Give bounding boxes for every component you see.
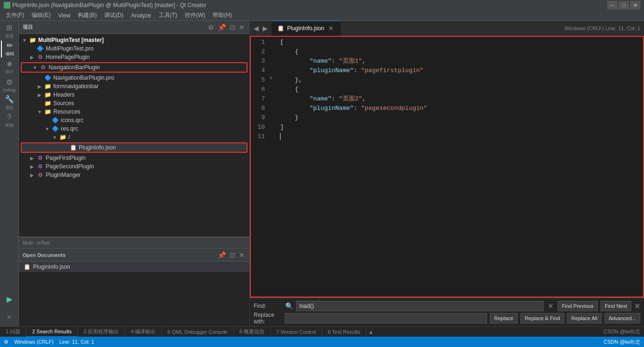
tree-item-slash[interactable]: ▼ 📁 /	[19, 133, 249, 141]
tree-item-nav-bar-plugin[interactable]: ▼ ⚙ NavigationBarPlugin	[22, 63, 247, 72]
bottom-tab-arrow[interactable]: ▲	[368, 329, 373, 335]
arrow-plugin-manger[interactable]: ▶	[28, 173, 36, 178]
arrow-multi-plugin-test[interactable]: ▼	[21, 38, 28, 43]
maximize-button[interactable]: □	[619, 1, 629, 9]
menu-help[interactable]: 帮助(H)	[209, 10, 236, 20]
find-row: Find: 🔍 ✕ Find Previous Find Next ✕	[254, 300, 640, 312]
bottom-tab-version-control[interactable]: 7 Version Control	[271, 327, 322, 337]
label-resources: Resources	[53, 108, 80, 115]
nav-back-button[interactable]: ◀	[252, 23, 261, 34]
menu-controls[interactable]: 控件(W)	[181, 10, 209, 20]
replace-input[interactable]	[285, 313, 487, 323]
tree-item-formnavbar[interactable]: ▶ 📁 formnavigationbar	[19, 82, 249, 91]
arrow-page-first[interactable]: ▶	[28, 156, 36, 161]
menu-debug[interactable]: 调试(D)	[100, 10, 127, 20]
tree-item-icons-qrc[interactable]: 🔷 icons.qrc	[19, 116, 249, 124]
find-input[interactable]	[296, 301, 544, 311]
tree-item-multi-pro[interactable]: 🔷 MultiPluginTest.pro	[19, 44, 249, 53]
menu-build[interactable]: 构建(B)	[74, 10, 100, 20]
arrow-resources[interactable]: ▼	[36, 109, 43, 115]
open-docs-pin-btn[interactable]: 📌	[217, 250, 227, 260]
statusbar-icon[interactable]: ⚙	[4, 339, 8, 345]
arrow-res-qrc[interactable]: ▼	[43, 126, 51, 132]
menu-analyze[interactable]: Analyze	[127, 11, 155, 20]
bottom-tab-compile[interactable]: 4 编译输出	[125, 327, 162, 337]
activity-edit[interactable]: ✏ 编辑	[1, 41, 18, 58]
menu-tools[interactable]: 工具(T)	[155, 10, 181, 20]
code-content[interactable]: [ { "name": "页面1", "pluginName": "pagefi…	[276, 38, 644, 296]
close-button[interactable]: ✕	[630, 1, 640, 9]
titlebar-controls[interactable]: ─ □ ✕	[607, 1, 640, 9]
replace-all-button[interactable]: Replace All	[567, 313, 602, 323]
bottom-tab-qml-debugger[interactable]: 5 QML Debugger Console	[162, 327, 233, 337]
activity-output[interactable]: ▶	[1, 290, 18, 307]
tree-item-home-page-plugin[interactable]: ▶ ⚙ HomePagePlugin	[19, 53, 249, 61]
editor-tab-plugin-info[interactable]: 📋 PluginInfo.json ✕	[272, 21, 341, 36]
bottom-tab-overview[interactable]: 6 概要信息	[234, 327, 271, 337]
arrow-home-page-plugin[interactable]: ▶	[28, 55, 36, 60]
pin-btn[interactable]: 📌	[217, 23, 227, 32]
tree-item-multi-plugin-test[interactable]: ▼ 📁 MultiPluginTest [master]	[19, 36, 249, 44]
tab-icon-plugin-info: 📋	[277, 25, 284, 32]
tree-item-headers[interactable]: ▶ 📁 Headers	[19, 91, 249, 99]
arrow-headers[interactable]: ▶	[36, 92, 43, 98]
activity-help[interactable]: ? 帮助	[1, 112, 18, 129]
open-doc-plugin-info[interactable]: 📋 PluginInfo.json	[19, 262, 249, 272]
tree-item-plugin-manger[interactable]: ▶ ⚙ PluginManger	[19, 171, 249, 179]
bottom-tab-app-output[interactable]: 3 应用程序输出	[78, 327, 125, 337]
label-nav-pro: NavigationBarPlugin.pro	[53, 74, 114, 81]
arrow-page-second[interactable]: ▶	[28, 164, 36, 169]
find-search-icon: 🔍	[285, 302, 293, 310]
advanced-button[interactable]: Advanced...	[604, 313, 640, 323]
bottom-tab-problems[interactable]: 1 问题	[0, 327, 26, 337]
close-sidebar-btn[interactable]: ✕	[238, 23, 246, 32]
tree-item-page-first[interactable]: ▶ ⚙ PageFirstPlugin	[19, 154, 249, 162]
tree-item-res-qrc[interactable]: ▼ 🔷 res.qrc	[19, 124, 249, 133]
code-editor[interactable]: 1 2 3 4 5 6 7 8 9 10 11	[250, 36, 644, 297]
open-doc-label: PluginInfo.json	[33, 264, 70, 270]
tree-item-page-second[interactable]: ▶ ⚙ PageSecondPlugin	[19, 162, 249, 171]
replace-button[interactable]: Replace	[490, 313, 517, 323]
sidebar-projects-title: 项目	[23, 24, 33, 31]
replace-row: Replace with: Replace Replace & Find Rep…	[254, 312, 640, 324]
arrow-nav-bar-plugin[interactable]: ▼	[31, 65, 39, 70]
menu-edit[interactable]: 编辑(E)	[28, 10, 54, 20]
activity-welcome-label: 欢迎	[5, 33, 14, 39]
tree-item-nav-pro[interactable]: 🔷 NavigationBarPlugin.pro	[19, 74, 249, 82]
bottom-tab-test-results[interactable]: 8 Test Results	[322, 327, 366, 337]
open-documents-list: 📋 PluginInfo.json	[19, 262, 249, 326]
main-layout: ⊞ 欢迎 ✏ 编辑 ◈ 设计 ⚙ Debug 🔧 项目 ? 帮助 ▶ »	[0, 21, 644, 326]
find-prev-button[interactable]: Find Previous	[558, 301, 598, 311]
label-sources: Sources	[53, 100, 74, 107]
nav-forward-button[interactable]: ▶	[261, 23, 270, 34]
activity-projects[interactable]: 🔧 项目	[1, 94, 18, 111]
find-clear-btn[interactable]: ✕	[546, 302, 555, 310]
activity-terminal[interactable]: »	[1, 308, 18, 325]
replace-find-button[interactable]: Replace & Find	[520, 313, 564, 323]
find-next-button[interactable]: Find Next	[601, 301, 631, 311]
statusbar-position[interactable]: Line: 11, Col: 1	[59, 339, 94, 345]
open-docs-close-btn[interactable]: ✕	[238, 250, 246, 260]
find-close-button[interactable]: ✕	[634, 302, 640, 311]
tab-close-plugin-info[interactable]: ✕	[327, 25, 335, 32]
activity-help-label: 帮助	[5, 123, 14, 129]
menu-view[interactable]: View	[54, 11, 74, 20]
expand-btn[interactable]: ⊡	[229, 23, 236, 32]
statusbar-type[interactable]: Windows (CRLF)	[14, 339, 54, 345]
minimize-button[interactable]: ─	[607, 1, 618, 9]
tree-item-plugin-info[interactable]: 📋 PluginInfo.json	[22, 143, 247, 152]
tree-item-resources[interactable]: ▼ 📁 Resources	[19, 107, 249, 116]
menu-file[interactable]: 文件(F)	[2, 10, 28, 20]
arrow-slash[interactable]: ▼	[51, 135, 58, 140]
activity-debug[interactable]: ⚙ Debug	[1, 76, 18, 93]
plugin-icon-nav-bar: ⚙	[39, 64, 47, 71]
tree-item-sources[interactable]: 📁 Sources	[19, 99, 249, 107]
filter-btn[interactable]: ⚙	[207, 23, 215, 32]
open-docs-expand-btn[interactable]: ⊡	[229, 250, 236, 260]
sidebar-header-actions: ⚙ 📌 ⊡ ✕	[207, 23, 246, 32]
activity-welcome[interactable]: ⊞ 欢迎	[1, 23, 18, 40]
bottom-tab-search[interactable]: 2 Search Results	[26, 327, 78, 337]
label-page-first: PageFirstPlugin	[46, 155, 86, 161]
activity-design[interactable]: ◈ 设计	[1, 58, 18, 75]
arrow-formnavbar[interactable]: ▶	[36, 84, 43, 89]
